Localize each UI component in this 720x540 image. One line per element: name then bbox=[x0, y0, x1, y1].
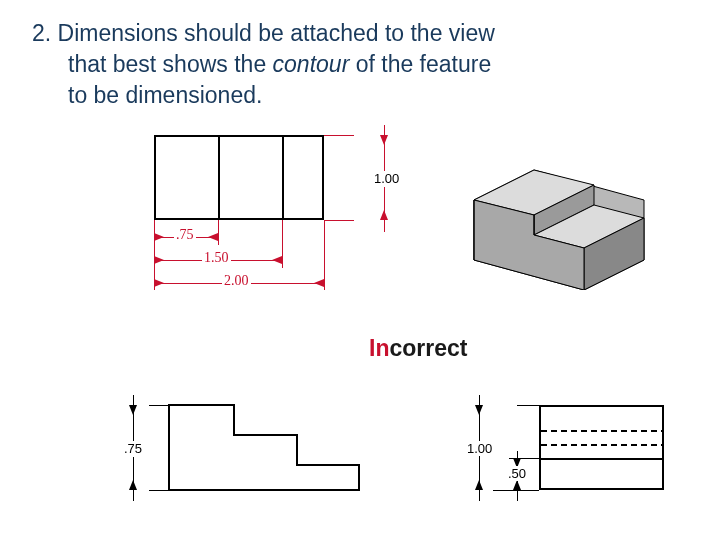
isometric-svg bbox=[454, 140, 664, 290]
bottom-right-outline bbox=[539, 405, 664, 490]
solid-div-line bbox=[539, 458, 664, 460]
hidden-line-1 bbox=[541, 430, 663, 432]
arrowhead-icon bbox=[475, 405, 483, 415]
figures-container: 1.00 .75 1.50 2.00 bbox=[24, 135, 696, 505]
dim-line bbox=[479, 455, 480, 501]
arrowhead-icon bbox=[513, 480, 521, 490]
ext-line bbox=[324, 220, 354, 221]
arrowhead-icon bbox=[154, 233, 164, 241]
rule-line-1: Dimensions should be attached to the vie… bbox=[58, 20, 495, 46]
arrowhead-icon bbox=[154, 279, 164, 287]
bottom-left-svg bbox=[109, 395, 379, 505]
ext-line bbox=[517, 405, 539, 406]
rule-contour-word: contour bbox=[273, 51, 350, 77]
bottom-right-view: 1.00 .50 bbox=[439, 395, 689, 505]
top-orthographic-view: 1.00 .75 1.50 2.00 bbox=[134, 135, 434, 325]
ext-line bbox=[493, 490, 539, 491]
top-view-divider-1 bbox=[218, 135, 220, 220]
ext-line bbox=[149, 405, 169, 406]
hidden-line-2 bbox=[541, 444, 663, 446]
ext-line bbox=[149, 490, 169, 491]
rule-line-2c: of the feature bbox=[349, 51, 491, 77]
dim-width-150: 1.50 bbox=[202, 250, 231, 266]
arrowhead-icon bbox=[154, 256, 164, 264]
incorrect-prefix: In bbox=[369, 335, 389, 361]
dim-height-1: 1.00 bbox=[372, 171, 401, 186]
top-view-divider-2 bbox=[282, 135, 284, 220]
top-view-outline bbox=[154, 135, 324, 220]
arrowhead-icon bbox=[129, 405, 137, 415]
guideline-rule-2: 2. Dimensions should be attached to the … bbox=[32, 18, 696, 111]
dim-height-100: 1.00 bbox=[465, 441, 494, 456]
dim-line bbox=[133, 395, 134, 441]
dim-height-075: .75 bbox=[122, 441, 144, 456]
ext-line bbox=[324, 135, 354, 136]
arrowhead-icon bbox=[129, 480, 137, 490]
arrowhead-icon bbox=[272, 256, 282, 264]
ext-line bbox=[282, 220, 283, 268]
arrowhead-icon bbox=[380, 135, 388, 145]
dim-width-075: .75 bbox=[174, 227, 196, 243]
dim-width-200: 2.00 bbox=[222, 273, 251, 289]
isometric-view bbox=[454, 140, 664, 280]
ext-line bbox=[324, 220, 325, 290]
arrowhead-icon bbox=[475, 480, 483, 490]
arrowhead-icon bbox=[208, 233, 218, 241]
rule-line-3: to be dimensioned. bbox=[68, 82, 262, 108]
rule-number: 2. bbox=[32, 20, 51, 46]
arrowhead-icon bbox=[380, 210, 388, 220]
dim-line bbox=[133, 457, 134, 501]
dim-line bbox=[384, 125, 385, 173]
dim-line bbox=[479, 395, 480, 441]
bottom-left-view: .75 bbox=[109, 395, 379, 505]
rule-line-2a: that best shows the bbox=[68, 51, 273, 77]
dim-height-050: .50 bbox=[506, 466, 528, 481]
incorrect-rest: correct bbox=[389, 335, 467, 361]
incorrect-label: Incorrect bbox=[369, 335, 467, 362]
ext-line bbox=[218, 220, 219, 245]
arrowhead-icon bbox=[314, 279, 324, 287]
